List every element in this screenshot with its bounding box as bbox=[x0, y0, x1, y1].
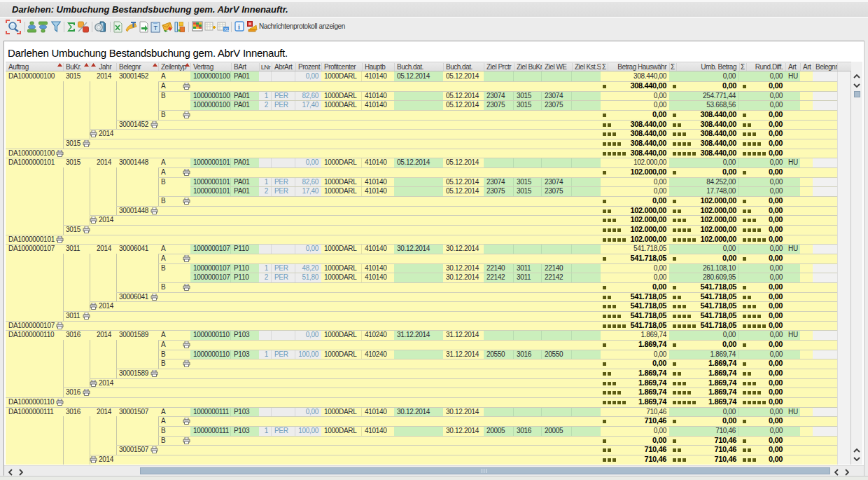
svg-text:XL: XL bbox=[224, 27, 229, 32]
svg-text:T: T bbox=[154, 25, 158, 32]
svg-text:i: i bbox=[238, 23, 240, 31]
